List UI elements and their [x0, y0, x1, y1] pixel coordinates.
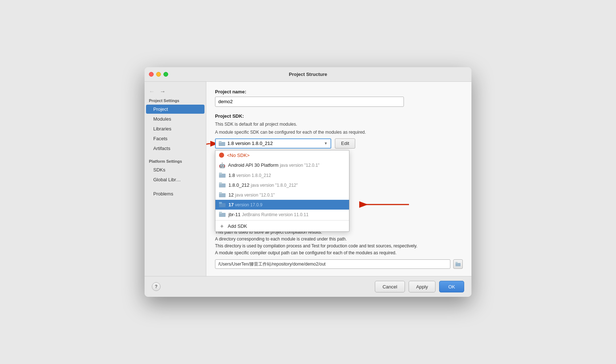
- svg-rect-6: [219, 182, 222, 184]
- svg-rect-13: [219, 212, 222, 214]
- minimize-button[interactable]: [156, 72, 161, 77]
- svg-rect-8: [219, 192, 222, 194]
- sdk-jbr11-label: jbr-11 JetBrains Runtime version 11.0.11: [228, 212, 308, 217]
- cancel-button[interactable]: Cancel: [375, 281, 405, 292]
- folder-gray-icon-2: [219, 182, 226, 187]
- compiler-path-row: [215, 259, 463, 269]
- plus-icon: +: [219, 223, 225, 229]
- sdk-dropdown-popup: <No SDK> 🤖 Android API 30 Platform java …: [215, 150, 349, 232]
- compiler-desc4: A module specific compiler output path c…: [215, 250, 463, 256]
- folder-icon: [219, 141, 225, 146]
- project-settings-label: Project Settings: [145, 97, 206, 104]
- svg-rect-15: [455, 262, 458, 263]
- nav-arrows: ← →: [145, 86, 206, 97]
- dropdown-divider: [215, 220, 349, 221]
- dialog-footer: ? Cancel Apply OK: [145, 276, 471, 297]
- sidebar-item-modules[interactable]: Modules: [146, 114, 204, 124]
- maximize-button[interactable]: [163, 72, 168, 77]
- sdk-option-android30[interactable]: 🤖 Android API 30 Platform java version "…: [215, 160, 349, 170]
- svg-rect-14: [455, 263, 461, 266]
- ok-button[interactable]: OK: [439, 281, 464, 292]
- sdk-option-17[interactable]: 17 version 17.0.9: [215, 200, 349, 210]
- main-content: Project name: Project SDK: This SDK is d…: [206, 82, 471, 276]
- sdk-dropdown-text: 1.8 version 1.8.0_212: [219, 141, 324, 146]
- no-sdk-label: <No SDK>: [227, 153, 250, 158]
- compiler-desc2: A directory corresponding to each module…: [215, 236, 463, 243]
- folder-browse-icon: [455, 262, 461, 266]
- sidebar-item-libraries[interactable]: Libraries: [146, 124, 204, 133]
- sdk-18-label: 1.8 version 1.8.0_212: [228, 173, 271, 178]
- sdk-option-12[interactable]: 12 java version "12.0.1": [215, 190, 349, 200]
- close-button[interactable]: [149, 72, 154, 77]
- sdk-dropdown[interactable]: 1.8 version 1.8.0_212 ▼: [215, 138, 331, 149]
- platform-settings-label: Platform Settings: [145, 158, 206, 165]
- svg-rect-10: [219, 202, 222, 204]
- android-icon: 🤖: [219, 162, 225, 168]
- sdk-180212-label: 1.8.0_212 java version "1.8.0_212": [228, 182, 298, 188]
- sidebar-item-artifacts[interactable]: Artifacts: [146, 144, 204, 153]
- edit-sdk-button[interactable]: Edit: [335, 138, 355, 149]
- folder-gray-icon-4: [219, 212, 226, 217]
- browse-button[interactable]: [453, 259, 463, 269]
- annotation-arrow-right: [353, 197, 411, 212]
- folder-gray-icon-3: [219, 192, 226, 197]
- project-sdk-group: Project SDK: This SDK is default for all…: [215, 113, 463, 149]
- sdk-row: 1.8 version 1.8.0_212 ▼ Edit <No SDK>: [215, 138, 463, 149]
- add-sdk-label: Add SDK: [228, 223, 247, 229]
- help-button[interactable]: ?: [152, 282, 161, 291]
- dropdown-arrow-icon: ▼: [324, 141, 328, 145]
- sdk-selected-text: 1.8 version 1.8.0_212: [227, 141, 273, 146]
- compiler-desc3: This directory is used by compilation pr…: [215, 243, 463, 250]
- sdk-option-180212[interactable]: 1.8.0_212 java version "1.8.0_212": [215, 180, 349, 190]
- apply-button[interactable]: Apply: [409, 281, 436, 292]
- compiler-path-input[interactable]: [215, 259, 450, 269]
- project-name-group: Project name:: [215, 89, 463, 107]
- project-sdk-label: Project SDK:: [215, 113, 463, 119]
- titlebar-buttons: [149, 72, 168, 77]
- android-label: Android API 30 Platform java version "12…: [228, 162, 320, 168]
- dialog-body: ← → Project Settings Project Modules Lib…: [145, 82, 471, 276]
- sdk-17-label: 17 version 17.0.9: [228, 202, 262, 207]
- sdk-option-no-sdk[interactable]: <No SDK>: [215, 150, 349, 160]
- sidebar-item-sdks[interactable]: SDKs: [146, 165, 204, 174]
- project-name-label: Project name:: [215, 89, 463, 94]
- footer-right: Cancel Apply OK: [375, 281, 464, 292]
- sdk-desc2: A module specific SDK can be configured …: [215, 129, 463, 136]
- sidebar-item-facets[interactable]: Facets: [146, 134, 204, 143]
- annotation-arrow-left: [206, 138, 215, 153]
- sdk-12-label: 12 java version "12.0.1": [228, 192, 275, 198]
- no-sdk-icon: [219, 153, 224, 158]
- titlebar: Project Structure: [145, 67, 471, 82]
- sidebar-item-global-libraries[interactable]: Global Libr…: [146, 175, 204, 184]
- svg-rect-4: [219, 173, 222, 174]
- project-structure-dialog: Project Structure ← → Project Settings P…: [145, 67, 471, 297]
- sidebar-item-problems[interactable]: Problems: [146, 189, 204, 198]
- svg-rect-2: [219, 141, 222, 143]
- sidebar-item-project[interactable]: Project: [146, 105, 204, 114]
- sidebar: ← → Project Settings Project Modules Lib…: [145, 82, 206, 276]
- folder-blue-icon: [219, 202, 226, 207]
- project-name-input[interactable]: [215, 97, 404, 107]
- forward-arrow[interactable]: →: [158, 88, 167, 96]
- sdk-option-18[interactable]: 1.8 version 1.8.0_212: [215, 170, 349, 180]
- sdk-option-jbr11[interactable]: jbr-11 JetBrains Runtime version 11.0.11: [215, 210, 349, 219]
- sdk-desc1: This SDK is default for all project modu…: [215, 121, 463, 128]
- dialog-title: Project Structure: [289, 72, 327, 77]
- folder-gray-icon: [219, 173, 226, 178]
- back-arrow[interactable]: ←: [147, 88, 156, 96]
- add-sdk-item[interactable]: + Add SDK: [215, 221, 349, 231]
- footer-left: ?: [152, 282, 161, 291]
